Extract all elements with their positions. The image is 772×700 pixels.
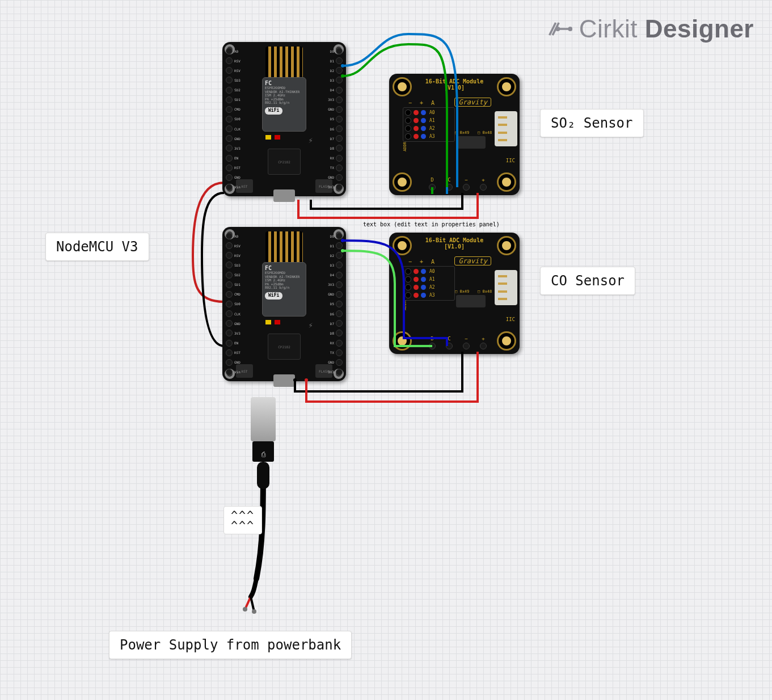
pin-3v3[interactable]: 3V3	[226, 330, 242, 336]
design-canvas[interactable]: Cirkit Designer FC ESP8266MOD VENDOR AI-…	[0, 0, 772, 700]
pin-sd1[interactable]: SD1	[226, 96, 242, 103]
pin-gnd[interactable]: GND	[226, 359, 242, 366]
usb-serial-chip: CP2102	[268, 334, 301, 360]
pin-d7[interactable]: D7	[327, 320, 343, 327]
analog-header[interactable]: −+AA0A1A2A3	[403, 100, 455, 142]
svg-point-1	[556, 28, 559, 30]
pin-d0[interactable]: D0	[327, 233, 343, 239]
label-co-sensor[interactable]: CO Sensor	[540, 267, 635, 295]
pin-d3[interactable]: D3	[327, 262, 343, 268]
pin-tx[interactable]: TX	[327, 165, 343, 171]
pin-rst[interactable]: RST	[226, 349, 242, 356]
adc-module-so2[interactable]: 16-Bit ADC Module [V1.0]Gravity−+AA0A1A2…	[389, 74, 520, 195]
pin-header-right[interactable]: D0D1D2D3D43V3GNDD5D6D7D8RXTXGND3V3	[327, 48, 343, 191]
pin-tx[interactable]: TX	[327, 349, 343, 356]
i2c-header[interactable]: DC−+	[429, 336, 487, 349]
usb-plug[interactable]: ⎙	[251, 397, 276, 441]
i2c-pin-−[interactable]: −	[463, 336, 470, 349]
pin-sd2[interactable]: SD2	[226, 272, 242, 279]
pin-header-left[interactable]: A0RSVRSVSD3SD2SD1CMDSD0CLKGND3V3ENRSTGND…	[226, 48, 242, 191]
pin-a0[interactable]: A0	[226, 233, 242, 239]
pin-rx[interactable]: RX	[327, 155, 343, 162]
i2c-pin-D[interactable]: D	[429, 177, 436, 191]
pin-en[interactable]: EN	[226, 340, 242, 347]
adc-module-co[interactable]: 16-Bit ADC Module [V1.0]Gravity−+AA0A1A2…	[389, 233, 520, 354]
i2c-header[interactable]: DC−+	[429, 177, 487, 191]
pin-clk[interactable]: CLK	[226, 310, 242, 317]
i2c-pin-C[interactable]: C	[446, 177, 453, 191]
label-so2-sensor[interactable]: SO₂ Sensor	[540, 109, 644, 137]
pin-sd0[interactable]: SD0	[226, 116, 242, 123]
pin-gnd[interactable]: GND	[327, 291, 343, 298]
pin-rst[interactable]: RST	[226, 165, 242, 171]
i2c-pin-C[interactable]: C	[446, 336, 453, 349]
pin-d2[interactable]: D2	[327, 67, 343, 74]
pin-a0[interactable]: A0	[226, 48, 242, 54]
addr-0x48: □ 0x48	[478, 130, 492, 135]
pin-rsv[interactable]: RSV	[226, 57, 242, 64]
textbox-hint[interactable]: text box (edit text in properties panel)	[363, 221, 500, 227]
pin-3v3[interactable]: 3V3	[327, 281, 343, 288]
pin-d6[interactable]: D6	[327, 310, 343, 317]
nodemcu-board-1[interactable]: FC ESP8266MOD VENDOR AI-THINKER ISM 2.4G…	[222, 42, 346, 196]
pin-sd3[interactable]: SD3	[226, 77, 242, 83]
pin-vin[interactable]: Vin	[226, 369, 242, 376]
pin-gnd[interactable]: GND	[327, 359, 343, 366]
esp8266-shield: FC ESP8266MOD VENDOR AI-THINKER ISM 2.4G…	[262, 262, 306, 317]
pin-cmd[interactable]: CMD	[226, 106, 242, 113]
pin-gnd[interactable]: GND	[226, 320, 242, 327]
pin-3v3[interactable]: 3V3	[327, 96, 343, 103]
pin-sd1[interactable]: SD1	[226, 281, 242, 288]
module-title: 16-Bit ADC Module [V1.0]	[425, 78, 483, 91]
pin-d0[interactable]: D0	[327, 48, 343, 54]
pin-cmd[interactable]: CMD	[226, 291, 242, 298]
pin-3v3[interactable]: 3V3	[226, 145, 242, 151]
pin-gnd[interactable]: GND	[226, 135, 242, 142]
pin-d4[interactable]: D4	[327, 87, 343, 94]
pin-d1[interactable]: D1	[327, 242, 343, 249]
i2c-pin-+[interactable]: +	[480, 336, 487, 349]
pin-d8[interactable]: D8	[327, 330, 343, 336]
pin-gnd[interactable]: GND	[327, 106, 343, 113]
pin-d8[interactable]: D8	[327, 145, 343, 151]
pin-rsv[interactable]: RSV	[226, 67, 242, 74]
brand-logo: Cirkit Designer	[547, 15, 754, 43]
pin-en[interactable]: EN	[226, 155, 242, 162]
label-nodemcu[interactable]: NodeMCU V3	[45, 233, 149, 261]
pin-d3[interactable]: D3	[327, 77, 343, 83]
pin-d5[interactable]: D5	[327, 116, 343, 123]
module-title: 16-Bit ADC Module [V1.0]	[425, 237, 483, 250]
nodemcu-board-2[interactable]: FC ESP8266MOD VENDOR AI-THINKER ISM 2.4G…	[222, 227, 346, 381]
gravity-connector[interactable]	[495, 270, 517, 305]
i2c-pin-D[interactable]: D	[429, 336, 436, 349]
i2c-pin-−[interactable]: −	[463, 177, 470, 191]
pin-header-left[interactable]: A0RSVRSVSD3SD2SD1CMDSD0CLKGND3V3ENRSTGND…	[226, 233, 242, 376]
pin-d7[interactable]: D7	[327, 135, 343, 142]
pin-d5[interactable]: D5	[327, 301, 343, 307]
pin-d4[interactable]: D4	[327, 272, 343, 279]
pin-rsv[interactable]: RSV	[226, 252, 242, 259]
pin-rx[interactable]: RX	[327, 340, 343, 347]
label-arrows[interactable]: ^^^ ^^^	[223, 506, 262, 534]
pin-gnd[interactable]: GND	[327, 174, 343, 181]
pin-header-right[interactable]: D0D1D2D3D43V3GNDD5D6D7D8RXTXGND3V3	[327, 233, 343, 376]
pin-d2[interactable]: D2	[327, 252, 343, 259]
pin-clk[interactable]: CLK	[226, 125, 242, 132]
analog-header[interactable]: −+AA0A1A2A3	[403, 259, 455, 301]
micro-usb-port	[273, 374, 295, 387]
pin-sd0[interactable]: SD0	[226, 301, 242, 307]
gravity-connector[interactable]	[495, 111, 517, 146]
i2c-pin-+[interactable]: +	[480, 177, 487, 191]
pin-gnd[interactable]: GND	[226, 174, 242, 181]
pin-d1[interactable]: D1	[327, 57, 343, 64]
pin-d6[interactable]: D6	[327, 125, 343, 132]
pin-3v3[interactable]: 3V3	[327, 369, 343, 376]
pin-rsv[interactable]: RSV	[226, 242, 242, 249]
pin-vin[interactable]: Vin	[226, 184, 242, 191]
pin-3v3[interactable]: 3V3	[327, 184, 343, 191]
label-power-supply[interactable]: Power Supply from powerbank	[109, 631, 352, 659]
mounting-hole	[497, 77, 516, 96]
ads1115-chip	[456, 136, 486, 149]
pin-sd3[interactable]: SD3	[226, 262, 242, 268]
pin-sd2[interactable]: SD2	[226, 87, 242, 94]
